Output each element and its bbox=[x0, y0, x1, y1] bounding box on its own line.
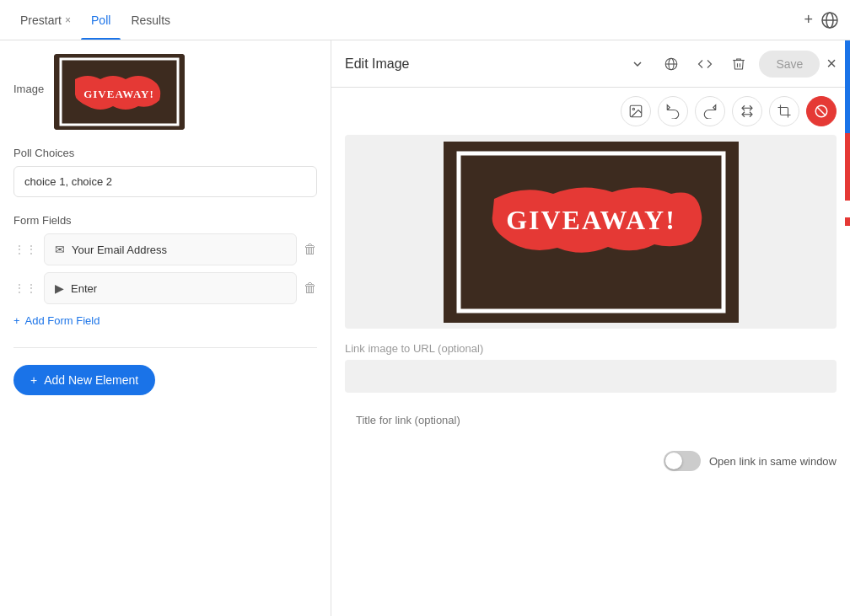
tab-prestart[interactable]: Prestart × bbox=[10, 0, 81, 40]
toggle-row: Open link in same window bbox=[331, 451, 850, 471]
undo-icon bbox=[665, 104, 681, 119]
form-fields-section: Form Fields ⋮⋮ ✉ Your Email Address 🗑 ⋮⋮… bbox=[13, 214, 317, 330]
add-new-element-button[interactable]: + Add New Element bbox=[13, 365, 155, 395]
tab-prestart-label: Prestart bbox=[20, 13, 62, 27]
flip-toolbar-btn[interactable] bbox=[732, 96, 762, 126]
open-same-window-toggle[interactable] bbox=[664, 451, 701, 471]
tab-bar: Prestart × Poll Results + bbox=[0, 0, 850, 40]
giveaway-thumbnail: GIVEAWAY! bbox=[54, 54, 185, 130]
tab-poll[interactable]: Poll bbox=[81, 0, 121, 40]
svg-text:GIVEAWAY!: GIVEAWAY! bbox=[83, 88, 154, 100]
image-preview[interactable]: GIVEAWAY! bbox=[54, 54, 185, 130]
ban-icon bbox=[814, 104, 829, 119]
add-form-field-label: Add Form Field bbox=[25, 314, 100, 327]
email-field-label: Your Email Address bbox=[72, 244, 167, 256]
field-enter: ▶ Enter bbox=[44, 272, 297, 304]
flip-icon bbox=[740, 104, 755, 119]
image-toolbar-icon bbox=[628, 104, 643, 119]
close-button[interactable]: × bbox=[826, 54, 837, 73]
add-new-element-plus-icon: + bbox=[30, 373, 37, 387]
code-icon bbox=[697, 56, 713, 72]
trash-button[interactable] bbox=[725, 51, 752, 78]
save-button[interactable]: Save bbox=[759, 51, 820, 78]
email-icon: ✉ bbox=[55, 243, 65, 256]
accent-blue bbox=[845, 40, 850, 133]
giveaway-image-large: GIVEAWAY! bbox=[444, 142, 739, 323]
accent-small bbox=[845, 217, 850, 226]
link-label: Link image to URL (optional) bbox=[345, 342, 837, 355]
enter-icon: ▶ bbox=[55, 281, 64, 295]
add-tab-icon[interactable]: + bbox=[804, 11, 813, 29]
redo-toolbar-btn[interactable] bbox=[695, 96, 725, 126]
tab-bar-actions: + bbox=[804, 10, 840, 30]
field-email: ✉ Your Email Address bbox=[44, 233, 297, 265]
globe-icon[interactable] bbox=[820, 10, 840, 30]
tab-poll-label: Poll bbox=[91, 13, 110, 27]
chevron-down-icon bbox=[631, 57, 644, 71]
accent-red bbox=[845, 133, 850, 201]
crop-icon bbox=[777, 104, 792, 119]
toggle-label: Open link in same window bbox=[709, 455, 837, 468]
right-accent-bar bbox=[845, 40, 850, 226]
edit-image-header: Edit Image bbox=[331, 40, 850, 88]
left-panel: Image GIVEAWAY! Poll Choices Form Fields… bbox=[0, 40, 331, 616]
form-field-row-enter: ⋮⋮ ▶ Enter 🗑 bbox=[13, 272, 317, 304]
add-form-field-plus-icon: + bbox=[13, 314, 20, 327]
right-panel: Edit Image bbox=[331, 40, 850, 616]
image-toolbar-btn[interactable] bbox=[621, 96, 651, 126]
poll-choices-label: Poll Choices bbox=[13, 147, 317, 159]
tab-results[interactable]: Results bbox=[121, 0, 180, 40]
svg-text:GIVEAWAY!: GIVEAWAY! bbox=[506, 205, 676, 235]
drag-handle-email[interactable]: ⋮⋮ bbox=[13, 243, 37, 256]
globe-header-icon bbox=[664, 56, 679, 72]
url-input[interactable] bbox=[345, 360, 837, 393]
edit-image-title: Edit Image bbox=[345, 56, 617, 72]
delete-enter-icon[interactable]: 🗑 bbox=[304, 281, 317, 296]
tab-results-label: Results bbox=[131, 13, 170, 27]
code-button[interactable] bbox=[691, 51, 718, 78]
add-form-field-button[interactable]: + Add Form Field bbox=[13, 311, 317, 330]
add-new-element-label: Add New Element bbox=[44, 373, 138, 387]
main-layout: Image GIVEAWAY! Poll Choices Form Fields… bbox=[0, 40, 850, 616]
drag-handle-enter[interactable]: ⋮⋮ bbox=[13, 281, 37, 295]
image-display[interactable]: GIVEAWAY! bbox=[345, 135, 837, 329]
poll-choices-input[interactable] bbox=[13, 166, 317, 197]
edit-fields: Link image to URL (optional) bbox=[331, 342, 850, 451]
divider bbox=[13, 347, 317, 348]
tab-close-icon[interactable]: × bbox=[65, 14, 71, 26]
title-input[interactable] bbox=[345, 403, 837, 437]
poll-choices-section: Poll Choices bbox=[13, 147, 317, 197]
form-field-row-email: ⋮⋮ ✉ Your Email Address 🗑 bbox=[13, 233, 317, 265]
image-section: Image GIVEAWAY! bbox=[13, 54, 317, 130]
enter-field-label: Enter bbox=[71, 282, 97, 295]
globe-button[interactable] bbox=[658, 51, 685, 78]
form-fields-label: Form Fields bbox=[13, 214, 317, 227]
trash-icon bbox=[731, 56, 746, 72]
delete-email-icon[interactable]: 🗑 bbox=[304, 242, 317, 257]
dropdown-button[interactable] bbox=[624, 51, 651, 78]
undo-toolbar-btn[interactable] bbox=[658, 96, 688, 126]
delete-toolbar-btn[interactable] bbox=[806, 96, 837, 126]
crop-toolbar-btn[interactable] bbox=[769, 96, 799, 126]
image-label: Image bbox=[13, 83, 44, 95]
svg-point-10 bbox=[632, 108, 634, 110]
toggle-knob bbox=[665, 453, 682, 469]
redo-icon bbox=[702, 104, 718, 119]
edit-toolbar bbox=[331, 88, 850, 135]
svg-line-14 bbox=[817, 107, 826, 116]
